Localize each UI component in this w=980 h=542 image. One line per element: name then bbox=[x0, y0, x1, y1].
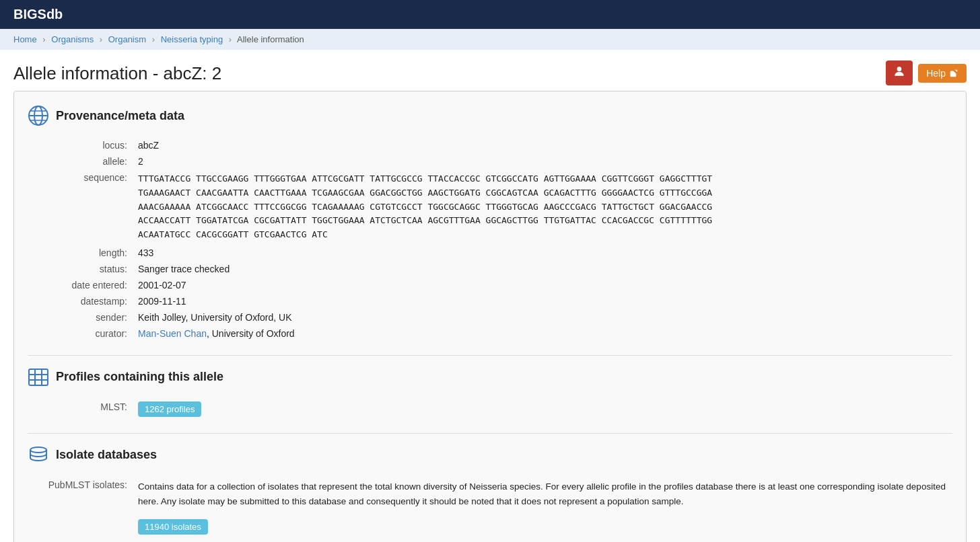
isolates-heading: Isolate databases bbox=[56, 448, 157, 462]
breadcrumb-sep-1: › bbox=[42, 34, 45, 44]
svg-point-11 bbox=[30, 447, 46, 453]
sequence-value: TTTGATACCG TTGCCGAAGG TTTGGGTGAA ATTCGCG… bbox=[135, 169, 952, 245]
divider-1 bbox=[28, 355, 952, 356]
datestamp-label: datestamp: bbox=[28, 293, 135, 309]
sender-label: sender: bbox=[28, 309, 135, 325]
breadcrumb-home[interactable]: Home bbox=[13, 34, 37, 44]
locus-value: abcZ bbox=[135, 137, 952, 153]
length-row: length: 433 bbox=[28, 245, 952, 261]
top-actions: Help bbox=[886, 61, 967, 85]
sequence-row: sequence: TTTGATACCG TTGCCGAAGG TTTGGGTG… bbox=[28, 169, 952, 245]
status-value: Sanger trace checked bbox=[135, 261, 952, 277]
date-entered-value: 2001-02-07 bbox=[135, 277, 952, 293]
external-link-icon bbox=[949, 69, 958, 78]
curator-label: curator: bbox=[28, 325, 135, 342]
isolates-badge-button[interactable]: 11940 isolates bbox=[138, 519, 208, 535]
breadcrumb-sep-2: › bbox=[100, 34, 102, 44]
breadcrumb-current: Allele information bbox=[237, 34, 304, 44]
curator-value: Man-Suen Chan, University of Oxford bbox=[135, 325, 952, 342]
pubmlst-description: Contains data for a collection of isolat… bbox=[138, 479, 950, 508]
isolates-section-header: Isolate databases bbox=[28, 444, 952, 466]
pubmlst-cell: Contains data for a collection of isolat… bbox=[135, 477, 952, 537]
profiles-table: MLST: 1262 profiles bbox=[28, 399, 952, 420]
datestamp-value: 2009-11-11 bbox=[135, 293, 952, 309]
curator-row: curator: Man-Suen Chan, University of Ox… bbox=[28, 325, 952, 342]
mlst-label: MLST: bbox=[28, 399, 135, 420]
curator-suffix: , University of Oxford bbox=[207, 328, 295, 339]
page-title: Allele information - abcZ: 2 bbox=[0, 50, 980, 91]
breadcrumb-sep-4: › bbox=[229, 34, 232, 44]
pubmlst-row: PubMLST isolates: Contains data for a co… bbox=[28, 477, 952, 537]
allele-value: 2 bbox=[135, 153, 952, 169]
mlst-badge-cell: 1262 profiles bbox=[135, 399, 952, 420]
isolates-table: PubMLST isolates: Contains data for a co… bbox=[28, 477, 952, 537]
app-name: BIGSdb bbox=[13, 7, 63, 22]
svg-rect-6 bbox=[29, 369, 48, 385]
date-entered-label: date entered: bbox=[28, 277, 135, 293]
provenance-table: locus: abcZ allele: 2 sequence: TTTGATAC… bbox=[28, 137, 952, 342]
breadcrumb-organisms[interactable]: Organisms bbox=[51, 34, 94, 44]
globe-icon bbox=[28, 105, 49, 126]
mlst-badge-button[interactable]: 1262 profiles bbox=[138, 401, 201, 417]
breadcrumb: Home › Organisms › Organism › Neisseria … bbox=[0, 29, 980, 50]
provenance-heading: Provenance/meta data bbox=[56, 109, 184, 123]
mlst-row: MLST: 1262 profiles bbox=[28, 399, 952, 420]
sequence-text: TTTGATACCG TTGCCGAAGG TTTGGGTGAA ATTCGCG… bbox=[138, 172, 950, 242]
user-icon bbox=[893, 65, 906, 78]
breadcrumb-organism[interactable]: Organism bbox=[108, 34, 146, 44]
provenance-section-header: Provenance/meta data bbox=[28, 105, 952, 126]
length-label: length: bbox=[28, 245, 135, 261]
date-entered-row: date entered: 2001-02-07 bbox=[28, 277, 952, 293]
locus-row: locus: abcZ bbox=[28, 137, 952, 153]
breadcrumb-sep-3: › bbox=[152, 34, 155, 44]
user-icon-button[interactable] bbox=[886, 61, 913, 85]
sender-value: Keith Jolley, University of Oxford, UK bbox=[135, 309, 952, 325]
allele-label: allele: bbox=[28, 153, 135, 169]
allele-row: allele: 2 bbox=[28, 153, 952, 169]
profiles-heading: Profiles containing this allele bbox=[56, 370, 223, 384]
sequence-label: sequence: bbox=[28, 169, 135, 245]
curator-link[interactable]: Man-Suen Chan bbox=[138, 328, 207, 339]
main-content: Provenance/meta data locus: abcZ allele:… bbox=[13, 91, 967, 542]
help-button[interactable]: Help bbox=[918, 64, 967, 83]
sender-row: sender: Keith Jolley, University of Oxfo… bbox=[28, 309, 952, 325]
svg-point-0 bbox=[897, 67, 902, 71]
breadcrumb-neisseria-typing[interactable]: Neisseria typing bbox=[161, 34, 223, 44]
status-row: status: Sanger trace checked bbox=[28, 261, 952, 277]
length-value: 433 bbox=[135, 245, 952, 261]
locus-label: locus: bbox=[28, 137, 135, 153]
pubmlst-label: PubMLST isolates: bbox=[28, 477, 135, 537]
divider-2 bbox=[28, 433, 952, 434]
datestamp-row: datestamp: 2009-11-11 bbox=[28, 293, 952, 309]
help-label: Help bbox=[926, 68, 946, 79]
profiles-section-header: Profiles containing this allele bbox=[28, 366, 952, 388]
app-header: BIGSdb bbox=[0, 0, 980, 29]
status-label: status: bbox=[28, 261, 135, 277]
table-icon bbox=[28, 366, 49, 388]
database-icon bbox=[28, 444, 49, 466]
